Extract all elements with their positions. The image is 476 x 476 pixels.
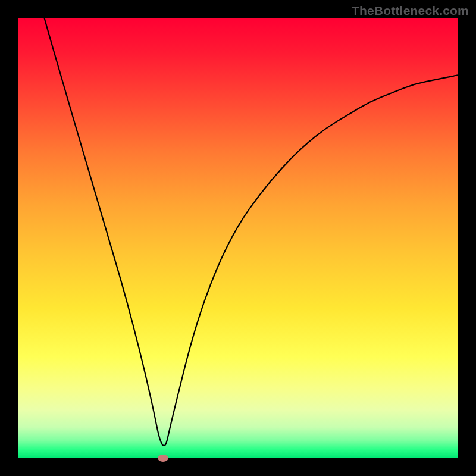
- bottleneck-curve: [18, 18, 458, 458]
- watermark-text: TheBottleneck.com: [352, 4, 469, 18]
- chart-frame: TheBottleneck.com: [0, 0, 476, 476]
- minimum-marker: [158, 455, 168, 462]
- plot-area: [18, 18, 458, 458]
